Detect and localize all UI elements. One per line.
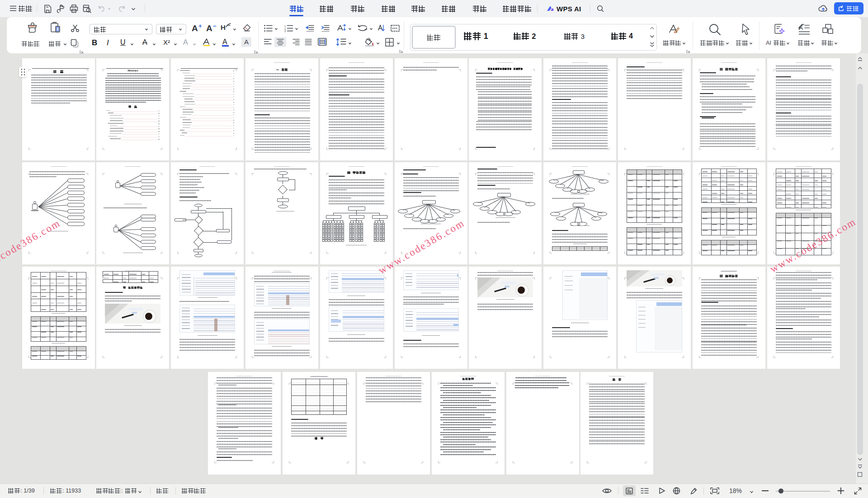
svg-text:A: A (799, 25, 803, 31)
svg-text:3: 3 (284, 30, 286, 32)
